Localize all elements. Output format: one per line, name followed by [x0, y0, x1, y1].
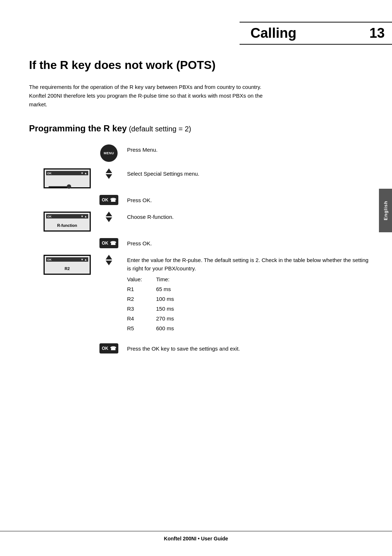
arrow-down-icon-3 — [106, 261, 112, 265]
step-7-icon: OK ☎ — [94, 343, 123, 353]
step-7: OK ☎ Press the OK key to save the settin… — [29, 343, 370, 353]
r5-value: R5 — [127, 323, 142, 333]
arrow-up-icon-3 — [106, 255, 112, 259]
lcd-circle — [67, 184, 71, 189]
ok-text-2: OK — [102, 241, 109, 246]
lcd-arrow-down: ▼ — [81, 172, 83, 175]
table-row-r1: R1 65 ms — [127, 284, 370, 294]
step-4: OK ▼ ▲ R-function Choos — [29, 212, 370, 232]
step-5-description: Press OK. — [123, 238, 370, 248]
r4-value: R4 — [127, 314, 142, 323]
r5-time: 600 ms — [156, 323, 185, 333]
footer-text: Konftel 200NI • User Guide — [164, 536, 228, 541]
lcd-content-1 — [47, 183, 87, 184]
nav-arrows-vertical-3 — [106, 255, 112, 265]
page-footer: Konftel 200NI • User Guide — [0, 531, 392, 541]
section-title: If the R key does not work (POTS) — [29, 58, 370, 72]
lcd-screen-1: OK ▼ ▲ — [44, 168, 91, 188]
lcd-ok-r2: OK — [47, 258, 52, 261]
step-3: OK ☎ Press OK. — [29, 195, 370, 205]
step-7-description: Press the OK key to save the settings an… — [123, 343, 370, 353]
r2-value: R2 — [127, 294, 142, 304]
nav-arrows-2 — [106, 212, 112, 222]
sub-section-header: Programming the R key (default setting =… — [29, 123, 370, 134]
nav-arrows-vertical-2 — [106, 212, 112, 222]
lcd-ok-text: OK — [47, 172, 52, 175]
phone-icon-3: ☎ — [110, 346, 116, 351]
header-page-number: 13 — [362, 23, 392, 44]
step-4-description: Choose R-function. — [123, 212, 370, 221]
header-title: Calling — [240, 23, 362, 44]
table-row-r5: R5 600 ms — [127, 323, 370, 333]
step-5: OK ☎ Press OK. — [29, 238, 370, 248]
table-row-r2: R2 100 ms — [127, 294, 370, 304]
steps-container: MENU Press Menu. OK ▼ ▲ — [29, 144, 370, 360]
lcd-screen-rfunc: OK ▼ ▲ R-function — [44, 212, 91, 232]
lcd-top-bar-1: OK ▼ ▲ — [46, 171, 88, 175]
step-6: OK ▼ ▲ R2 Enter the value for the R-puls — [29, 255, 370, 333]
lcd-arrow-up-rfunc: ▲ — [84, 215, 87, 218]
step-2-lcd: OK ▼ ▲ — [29, 168, 94, 188]
lcd-top-bar-r2: OK ▼ ▲ — [46, 257, 88, 262]
step-6-lcd: OK ▼ ▲ R2 — [29, 255, 94, 275]
step-1: MENU Press Menu. — [29, 144, 370, 162]
ok-button-icon-3: OK ☎ — [99, 343, 118, 353]
step-1-description: Press Menu. — [123, 144, 370, 154]
table-row-r4: R4 270 ms — [127, 314, 370, 323]
arrow-up-icon-2 — [106, 212, 112, 216]
lcd-r2-label: R2 — [65, 266, 70, 271]
nav-arrows-1 — [106, 168, 112, 179]
lcd-rfunc-label: R-function — [57, 223, 77, 228]
page-header: Calling 13 — [240, 22, 392, 45]
menu-label: MENU — [104, 151, 114, 155]
arrow-down-icon — [106, 174, 112, 179]
arrow-up-icon — [106, 168, 112, 173]
arrow-down-icon-2 — [106, 217, 112, 222]
step-5-icon: OK ☎ — [94, 238, 123, 248]
r3-value: R3 — [127, 304, 142, 314]
step-2: OK ▼ ▲ — [29, 168, 370, 188]
step-6-arrows — [94, 255, 123, 265]
lcd-arrow-down-rfunc: ▼ — [81, 215, 83, 218]
sub-title-bold: Programming the R key — [29, 123, 127, 133]
menu-button-icon: MENU — [100, 144, 118, 162]
step-3-description: Press OK. — [123, 195, 370, 205]
col-value-header: Value: — [127, 274, 142, 284]
step-4-arrows — [94, 212, 123, 222]
lcd-arrow-up: ▲ — [84, 172, 87, 175]
ok-text-3: OK — [102, 346, 109, 351]
lcd-arrows: ▼ ▲ — [81, 172, 87, 175]
step-1-icon: MENU — [94, 144, 123, 162]
step-3-icon: OK ☎ — [94, 195, 123, 205]
lcd-arrow-down-r2: ▼ — [81, 258, 83, 261]
language-tab: English — [379, 189, 392, 232]
step-4-lcd: OK ▼ ▲ R-function — [29, 212, 94, 232]
r1-time: 65 ms — [156, 284, 185, 294]
step-2-arrows — [94, 168, 123, 179]
ok-text-1: OK — [102, 197, 109, 203]
table-header: Value: Time: — [127, 274, 370, 284]
lcd-screen-r2: OK ▼ ▲ R2 — [44, 255, 91, 275]
ok-button-icon-1: OK ☎ — [99, 195, 118, 205]
language-tab-label: English — [383, 201, 388, 220]
lcd-line — [49, 186, 70, 187]
r3-time: 150 ms — [156, 304, 185, 314]
lcd-arrows-r2: ▼ ▲ — [81, 258, 87, 261]
step-6-description: Enter the value for the R-pulse. The def… — [123, 255, 370, 333]
lcd-line-graphic — [49, 183, 70, 184]
col-time-header: Time: — [156, 274, 185, 284]
r1-value: R1 — [127, 284, 142, 294]
lcd-arrows-rfunc: ▼ ▲ — [81, 215, 87, 218]
phone-icon-1: ☎ — [110, 197, 116, 203]
sub-title-normal: (default setting = 2) — [127, 125, 191, 133]
ok-button-icon-2: OK ☎ — [99, 238, 118, 248]
lcd-ok-rfunc: OK — [47, 215, 52, 218]
lcd-arrow-up-r2: ▲ — [84, 258, 87, 261]
main-content: If the R key does not work (POTS) The re… — [29, 58, 370, 360]
r2-time: 100 ms — [156, 294, 185, 304]
value-table: Value: Time: R1 65 ms R2 100 ms R3 150 m… — [127, 274, 370, 333]
phone-icon-2: ☎ — [110, 240, 116, 246]
lcd-top-bar-rfunc: OK ▼ ▲ — [46, 214, 88, 218]
body-text: The requirements for the operation of th… — [29, 83, 276, 109]
table-row-r3: R3 150 ms — [127, 304, 370, 314]
